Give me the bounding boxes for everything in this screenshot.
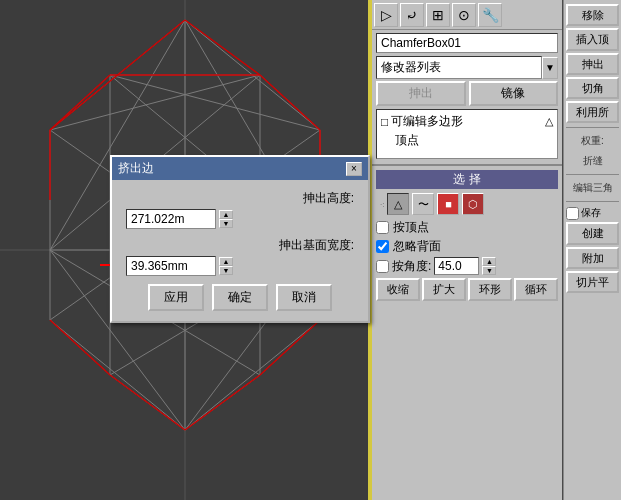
modifier-stack: □ 可编辑多边形 △ 顶点 — [376, 109, 558, 159]
modal-titlebar[interactable]: 挤出边 × — [112, 157, 368, 180]
angle-label: 按角度: — [392, 258, 431, 275]
extrude-height-input[interactable] — [126, 209, 216, 229]
select-triangle-icon[interactable]: △ — [387, 193, 409, 215]
field1-row: ▲ ▼ — [126, 209, 354, 229]
save-checkbox[interactable] — [566, 207, 579, 220]
cancel-button[interactable]: 取消 — [276, 284, 332, 311]
grow-button[interactable]: 扩大 — [422, 278, 466, 301]
modal-buttons-row: 应用 确定 取消 — [126, 284, 354, 311]
ignore-back-row: 忽略背面 — [376, 238, 558, 255]
remove-button[interactable]: 移除 — [566, 4, 619, 26]
width-spinner: ▲ ▼ — [219, 257, 233, 275]
select-curve-icon[interactable]: 〜 — [412, 193, 434, 215]
width-down[interactable]: ▼ — [219, 266, 233, 275]
selection-title: 选 择 — [376, 170, 558, 189]
ok-button[interactable]: 确定 — [212, 284, 268, 311]
apply-button[interactable]: 应用 — [148, 284, 204, 311]
mirror-button[interactable]: 镜像 — [469, 81, 559, 106]
angle-threshold-row: 按角度: ▲ ▼ — [376, 257, 558, 275]
insert-vertex-button[interactable]: 插入顶 — [566, 28, 619, 50]
ring-button[interactable]: 环形 — [468, 278, 512, 301]
crease-label: 折缝 — [566, 154, 619, 168]
object-name-field[interactable] — [376, 33, 558, 53]
select-icons-row: ·: △ 〜 ■ ⬡ — [376, 193, 558, 215]
angle-checkbox[interactable] — [376, 260, 389, 273]
shrink-button[interactable]: 收缩 — [376, 278, 420, 301]
toolbar-icon-1[interactable]: ▷ — [374, 3, 398, 27]
field1-label: 抻出高度: — [303, 191, 354, 205]
height-up[interactable]: ▲ — [219, 210, 233, 219]
toolbar-icon-5[interactable]: 🔧 — [478, 3, 502, 27]
ignore-back-label: 忽略背面 — [393, 238, 441, 255]
field2-row: ▲ ▼ — [126, 256, 354, 276]
height-down[interactable]: ▼ — [219, 219, 233, 228]
modifier-item-vertex[interactable]: 顶点 — [379, 131, 555, 150]
width-up[interactable]: ▲ — [219, 257, 233, 266]
by-vertex-label: 按顶点 — [393, 219, 429, 236]
divider-1 — [566, 127, 619, 128]
chamfer-button[interactable]: 切角 — [566, 77, 619, 99]
toolbar-icon-3[interactable]: ⊞ — [426, 3, 450, 27]
toolbar-icon-2[interactable]: ⤾ — [400, 3, 424, 27]
modifier-list-arrow[interactable]: ▼ — [542, 57, 558, 79]
edit-triangle-label: 编辑三角 — [566, 181, 619, 195]
angle-down[interactable]: ▼ — [482, 266, 496, 275]
select-3d-icon[interactable]: ⬡ — [462, 193, 484, 215]
by-vertex-row: 按顶点 — [376, 219, 558, 236]
dots-icon: ·: — [380, 200, 384, 209]
modal-close-button[interactable]: × — [346, 162, 362, 176]
modifier-item-editable-poly[interactable]: □ 可编辑多边形 △ — [379, 112, 555, 131]
divider-3 — [566, 201, 619, 202]
select-square-icon[interactable]: ■ — [437, 193, 459, 215]
modal-body: 抻出高度: ▲ ▼ 抻出基面宽度: ▲ ▼ — [112, 180, 368, 321]
toolbar-icon-4[interactable]: ⊙ — [452, 3, 476, 27]
angle-up[interactable]: ▲ — [482, 257, 496, 266]
selection-btns-row: 收缩 扩大 环形 循环 — [376, 278, 558, 301]
weight-label: 权重: — [566, 134, 619, 148]
slice-plane-button[interactable]: 切片平 — [566, 271, 619, 293]
extrude-button[interactable]: 抻出 — [566, 53, 619, 75]
use-selected-button[interactable]: 利用所 — [566, 101, 619, 123]
by-vertex-checkbox[interactable] — [376, 221, 389, 234]
angle-input[interactable] — [434, 257, 479, 275]
create-button[interactable]: 创建 — [566, 222, 619, 244]
ignore-back-checkbox[interactable] — [376, 240, 389, 253]
push-button[interactable]: 抻出 — [376, 81, 466, 106]
save-checkbox-row: 保存 — [566, 206, 619, 220]
modal-title: 挤出边 — [118, 160, 154, 177]
extrude-width-input[interactable] — [126, 256, 216, 276]
height-spinner: ▲ ▼ — [219, 210, 233, 228]
modifier-list-dropdown[interactable]: 修改器列表 — [376, 56, 542, 79]
modal-overlay: 挤出边 × 抻出高度: ▲ ▼ 抻出基面宽度: — [0, 0, 371, 500]
save-label: 保存 — [581, 206, 601, 220]
far-right-panel: 移除 插入顶 抻出 切角 利用所 权重: 折缝 编辑三角 保存 创建 附加 切片… — [563, 0, 621, 500]
loop-button[interactable]: 循环 — [514, 278, 558, 301]
field2-label: 抻出基面宽度: — [279, 238, 354, 252]
angle-spinner: ▲ ▼ — [482, 257, 496, 275]
attach-button[interactable]: 附加 — [566, 247, 619, 269]
extrude-edge-dialog: 挤出边 × 抻出高度: ▲ ▼ 抻出基面宽度: — [110, 155, 370, 323]
divider-2 — [566, 174, 619, 175]
